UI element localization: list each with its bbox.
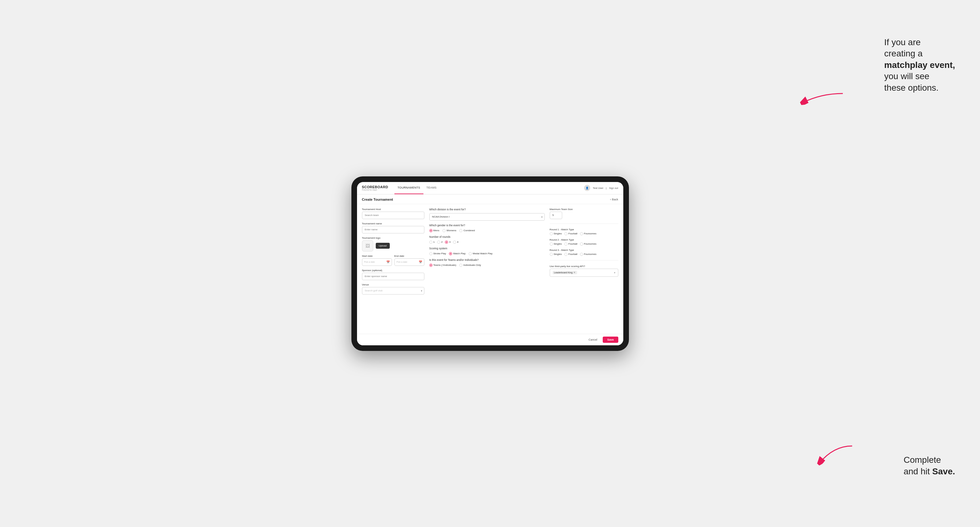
date-row: Start date Pick a date 📅 End date Pick a…: [362, 255, 424, 266]
api-tag-input[interactable]: Leaderboard King ✕ ▾: [550, 269, 618, 277]
form-body: Tournament Host Tournament name Tourname…: [357, 204, 623, 334]
teams-teams[interactable]: Teams (+Individuals): [430, 264, 457, 267]
scoring-medal-radio[interactable]: [469, 252, 472, 255]
end-date-field: End date Pick a date 📅: [395, 255, 424, 266]
round-1-label: 1: [433, 241, 435, 243]
round2-singles[interactable]: Singles: [550, 243, 562, 246]
rounds-label: Number of rounds: [430, 235, 545, 238]
round1-foursomes[interactable]: Foursomes: [580, 232, 597, 235]
round2-singles-radio[interactable]: [550, 243, 553, 246]
start-date-input[interactable]: Pick a date 📅: [362, 258, 392, 266]
max-team-size-input[interactable]: [550, 212, 562, 219]
division-field: Which division is the event for? NCAA Di…: [430, 208, 545, 221]
round3-foursomes[interactable]: Foursomes: [580, 253, 597, 256]
tournament-host-input[interactable]: [362, 212, 424, 219]
round-1-radio[interactable]: [430, 241, 433, 244]
scoring-label: Scoring system: [430, 247, 545, 250]
logo-preview: 🖼: [362, 240, 373, 251]
round2-foursomes[interactable]: Foursomes: [580, 243, 597, 246]
round1-fourball-radio[interactable]: [564, 232, 568, 235]
main-content: Create Tournament ‹ Back Tournament Host: [357, 194, 623, 345]
round1-foursomes-radio[interactable]: [580, 232, 583, 235]
rounds-field: Number of rounds 1 2: [430, 235, 545, 244]
round3-fourball-radio[interactable]: [564, 253, 568, 256]
round1-singles-radio[interactable]: [550, 232, 553, 235]
logo-upload-row: 🖼 Upload: [362, 240, 424, 251]
round2-fourball-radio[interactable]: [564, 243, 568, 246]
upload-button[interactable]: Upload: [376, 243, 390, 249]
round2-singles-label: Singles: [554, 243, 562, 245]
back-button[interactable]: ‹ Back: [610, 198, 618, 201]
teams-teams-label: Teams (+Individuals): [433, 264, 457, 267]
scoring-stroke-radio[interactable]: [430, 252, 433, 255]
logo-scoreboard: SCOREBOARD: [362, 185, 388, 189]
rounds-radio-row: 1 2 3: [430, 241, 545, 244]
max-team-size-label: Maximum Team Size: [550, 208, 618, 211]
gender-mens-radio[interactable]: [430, 229, 433, 232]
round-4[interactable]: 4: [453, 241, 458, 244]
middle-column: Which division is the event for? NCAA Di…: [430, 208, 545, 330]
logo-area: SCOREBOARD Powered by clippit: [362, 185, 388, 191]
sponsor-input[interactable]: [362, 273, 424, 280]
end-date-input[interactable]: Pick a date 📅: [395, 258, 424, 266]
scoring-stroke[interactable]: Stroke Play: [430, 252, 446, 255]
tournament-logo-label: Tournament logo: [362, 237, 424, 239]
round3-options: Singles Fourball Foursomes: [550, 253, 618, 256]
gender-womens[interactable]: Womens: [442, 229, 456, 232]
gender-womens-label: Womens: [447, 229, 456, 232]
round2-foursomes-radio[interactable]: [580, 243, 583, 246]
tournament-logo-field: Tournament logo 🖼 Upload: [362, 237, 424, 251]
round-4-radio[interactable]: [453, 241, 456, 244]
api-tag-close-icon[interactable]: ✕: [573, 271, 576, 274]
sign-out-link[interactable]: Sign out: [609, 187, 618, 189]
teams-individuals-label: Individuals Only: [463, 264, 481, 267]
save-button[interactable]: Save: [603, 337, 618, 343]
teams-individuals[interactable]: Individuals Only: [459, 264, 481, 267]
round2-fourball[interactable]: Fourball: [564, 243, 578, 246]
scoring-radio-row: Stroke Play Match Play Medal Match Play: [430, 252, 545, 255]
annot-bold: matchplay event,: [884, 60, 955, 70]
cancel-button[interactable]: Cancel: [585, 337, 600, 343]
teams-individuals-radio[interactable]: [459, 264, 462, 267]
round1-fourball[interactable]: Fourball: [564, 232, 578, 235]
calendar-icon: 📅: [386, 260, 390, 264]
gender-combined[interactable]: Combined: [459, 229, 474, 232]
tournament-name-input[interactable]: [362, 226, 424, 233]
scoring-stroke-label: Stroke Play: [433, 252, 446, 255]
gender-combined-radio[interactable]: [459, 229, 462, 232]
round-3[interactable]: 3: [445, 241, 450, 244]
teams-teams-radio[interactable]: [430, 264, 433, 267]
round-2[interactable]: 2: [437, 241, 442, 244]
round-2-radio[interactable]: [437, 241, 440, 244]
round-1[interactable]: 1: [430, 241, 435, 244]
gender-mens[interactable]: Mens: [430, 229, 440, 232]
scoring-match[interactable]: Match Play: [449, 252, 466, 255]
nav-teams[interactable]: TEAMS: [423, 182, 440, 194]
gender-radio-row: Mens Womens Combined: [430, 229, 545, 232]
round3-singles-radio[interactable]: [550, 253, 553, 256]
api-tag: Leaderboard King ✕: [552, 271, 578, 274]
right-annotation: If you are creating a matchplay event, y…: [884, 37, 955, 94]
dropdown-icon: ▾: [614, 271, 616, 274]
round2-foursomes-label: Foursomes: [584, 243, 597, 245]
gender-womens-radio[interactable]: [442, 229, 445, 232]
round-4-label: 4: [457, 241, 458, 243]
annot-line2: creating a: [884, 49, 923, 59]
round1-singles[interactable]: Singles: [550, 232, 562, 235]
teams-field: Is this event for Teams and/or Individua…: [430, 258, 545, 267]
round3-foursomes-radio[interactable]: [580, 253, 583, 256]
nav-tournaments[interactable]: TOURNAMENTS: [395, 182, 423, 194]
venue-select[interactable]: Search golf club: [362, 287, 424, 295]
tournament-host-label: Tournament Host: [362, 208, 424, 211]
scoring-medal[interactable]: Medal Match Play: [469, 252, 493, 255]
back-chevron-icon: ‹: [610, 198, 611, 201]
scoring-match-radio[interactable]: [449, 252, 452, 255]
nav-right: 👤 Test User | Sign out: [584, 185, 618, 191]
division-select[interactable]: NCAA Division I: [430, 213, 545, 221]
round3-singles[interactable]: Singles: [550, 253, 562, 256]
user-name: Test User: [593, 187, 603, 189]
calendar-icon-end: 📅: [419, 260, 422, 264]
tournament-name-label: Tournament name: [362, 222, 424, 225]
round-3-radio[interactable]: [445, 241, 448, 244]
round3-fourball[interactable]: Fourball: [564, 253, 578, 256]
